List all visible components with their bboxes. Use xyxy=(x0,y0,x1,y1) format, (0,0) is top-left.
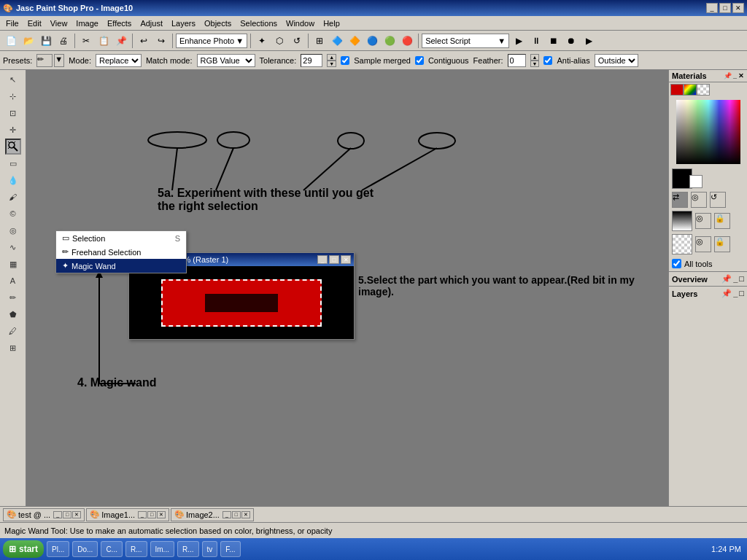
taskbar-item-4[interactable]: R... xyxy=(125,541,147,557)
presets-arrow[interactable]: ▼ xyxy=(54,54,64,67)
ctx-freehand[interactable]: ✏ Freehand Selection xyxy=(56,245,186,259)
tool1-button[interactable]: ✦ xyxy=(254,33,270,49)
gradient-lock-btn[interactable]: 🔒 xyxy=(714,213,730,229)
open-button[interactable]: 📂 xyxy=(20,33,36,49)
undo-button[interactable]: ↩ xyxy=(136,33,152,49)
layers-min[interactable]: _ xyxy=(733,289,738,298)
tab-test-max[interactable]: □ xyxy=(63,511,71,518)
menu-effects[interactable]: Effects xyxy=(103,18,136,29)
tab-image1-close[interactable]: ✕ xyxy=(157,511,166,518)
tool-pen[interactable]: 🖊 xyxy=(5,323,21,339)
tool4-button[interactable]: ⊞ xyxy=(311,33,328,49)
pattern-lock-btn[interactable]: 🔒 xyxy=(714,236,730,252)
tool-preset[interactable]: ⬟ xyxy=(5,306,21,322)
overview-max[interactable]: □ xyxy=(739,274,744,284)
play-button[interactable]: ▶ xyxy=(581,33,597,49)
tool-magic-wand[interactable] xyxy=(5,139,21,155)
tab-test-min[interactable]: _ xyxy=(53,511,62,518)
tool-scratch[interactable]: ∿ xyxy=(5,239,21,255)
taskbar-item-6[interactable]: R... xyxy=(177,541,199,557)
paste-button[interactable]: 📌 xyxy=(113,33,129,49)
close-button[interactable]: ✕ xyxy=(732,3,744,13)
menu-view[interactable]: View xyxy=(46,18,72,29)
color-tab-fg[interactable] xyxy=(670,84,684,96)
tool-vector[interactable]: ⊞ xyxy=(5,340,21,356)
minimize-button[interactable]: _ xyxy=(706,3,718,13)
tool9-button[interactable]: 🔴 xyxy=(399,33,415,49)
tab-test[interactable]: 🎨 test @ ... _ □ ✕ xyxy=(3,508,85,521)
recent-colors-btn[interactable]: ◎ xyxy=(691,192,707,208)
match-mode-select[interactable]: RGB Value xyxy=(197,54,255,67)
menu-layers[interactable]: Layers xyxy=(167,18,200,29)
new-button[interactable]: 📄 xyxy=(3,33,19,49)
tool-clone[interactable]: © xyxy=(5,206,21,222)
tool-draw[interactable]: ✏ xyxy=(5,289,21,306)
layers-max[interactable]: □ xyxy=(739,289,744,298)
tool-text[interactable]: A xyxy=(5,273,21,289)
menu-adjust[interactable]: Adjust xyxy=(136,18,167,29)
reset-colors-btn[interactable]: ↺ xyxy=(710,192,726,208)
save-button[interactable]: 💾 xyxy=(38,33,54,49)
color-picker-area[interactable] xyxy=(676,100,740,164)
run-script-button[interactable]: ▶ xyxy=(511,33,527,49)
tab-image1[interactable]: 🎨 Image1... _ □ ✕ xyxy=(86,508,169,521)
pause-script-button[interactable]: ⏸ xyxy=(528,33,544,49)
tab-image2-min[interactable]: _ xyxy=(222,511,231,518)
all-tools-check[interactable] xyxy=(672,259,681,268)
tab-test-close[interactable]: ✕ xyxy=(72,511,81,518)
start-button[interactable]: ⊞ start xyxy=(3,540,44,558)
outside-select[interactable]: Outside xyxy=(595,54,638,67)
menu-edit[interactable]: Edit xyxy=(23,18,46,29)
taskbar-item-3[interactable]: C... xyxy=(101,541,123,557)
taskbar-item-1[interactable]: Pl... xyxy=(47,541,69,557)
enhance-photo-dropdown[interactable]: Enhance Photo ▼ xyxy=(176,34,247,48)
record-button[interactable]: ⏺ xyxy=(563,33,579,49)
ctx-selection[interactable]: ▭ Selection S xyxy=(56,231,186,245)
img-close[interactable]: ✕ xyxy=(341,255,351,264)
titlebar-controls[interactable]: _ □ ✕ xyxy=(706,3,744,13)
menu-window[interactable]: Window xyxy=(282,18,319,29)
menu-image[interactable]: Image xyxy=(71,18,103,29)
tool-dropper[interactable]: 💧 xyxy=(5,172,21,188)
tab-image1-min[interactable]: _ xyxy=(138,511,147,518)
pattern-options-btn[interactable]: ◎ xyxy=(695,236,711,252)
tolerance-spinner[interactable]: ▲ ▼ xyxy=(327,54,336,67)
overview-pin[interactable]: 📌 xyxy=(721,274,732,284)
menu-objects[interactable]: Objects xyxy=(200,18,236,29)
tab-image1-max[interactable]: □ xyxy=(147,511,156,518)
tool-paint[interactable]: 🖌 xyxy=(5,189,21,205)
mode-select[interactable]: Replace xyxy=(96,54,142,67)
layers-pin[interactable]: 📌 xyxy=(721,289,732,298)
materials-pin[interactable]: 📌 xyxy=(724,72,732,79)
taskbar-item-8[interactable]: F... xyxy=(220,541,240,557)
tool-move[interactable]: ✛ xyxy=(5,122,21,138)
color-tab-pattern[interactable] xyxy=(697,84,710,96)
sample-merged-check[interactable] xyxy=(341,56,349,65)
materials-close[interactable]: ✕ xyxy=(738,72,744,79)
tool3-button[interactable]: ↺ xyxy=(289,33,305,49)
tool-crop[interactable]: ⊡ xyxy=(5,105,21,121)
taskbar-item-7[interactable]: tv xyxy=(202,541,218,557)
tab-image2-max[interactable]: □ xyxy=(232,511,241,518)
pattern-preview[interactable] xyxy=(672,234,692,254)
menu-selections[interactable]: Selections xyxy=(236,18,282,29)
tool-retouch[interactable]: ◎ xyxy=(5,222,21,238)
print-button[interactable]: 🖨 xyxy=(55,33,71,49)
copy-button[interactable]: 📋 xyxy=(96,33,112,49)
menu-file[interactable]: File xyxy=(1,18,23,29)
swap-colors-btn[interactable]: ⇄ xyxy=(672,192,688,208)
tool6-button[interactable]: 🔶 xyxy=(347,33,363,49)
tool-fill[interactable]: ▦ xyxy=(5,256,21,272)
gradient-preview[interactable] xyxy=(672,211,692,231)
background-color[interactable] xyxy=(689,175,703,188)
img-minimize[interactable]: _ xyxy=(317,255,328,264)
taskbar-item-2[interactable]: Do... xyxy=(72,541,98,557)
tab-image2[interactable]: 🎨 Image2... _ □ ✕ xyxy=(171,508,254,521)
tool5-button[interactable]: 🔷 xyxy=(329,33,345,49)
materials-minimize[interactable]: _ xyxy=(733,72,737,79)
tab-image2-close[interactable]: ✕ xyxy=(241,511,250,518)
tool-arrow[interactable]: ↖ xyxy=(5,71,21,88)
img-maximize[interactable]: □ xyxy=(329,255,339,264)
color-tab-spectrum[interactable] xyxy=(684,84,697,96)
tolerance-input[interactable] xyxy=(301,54,322,67)
